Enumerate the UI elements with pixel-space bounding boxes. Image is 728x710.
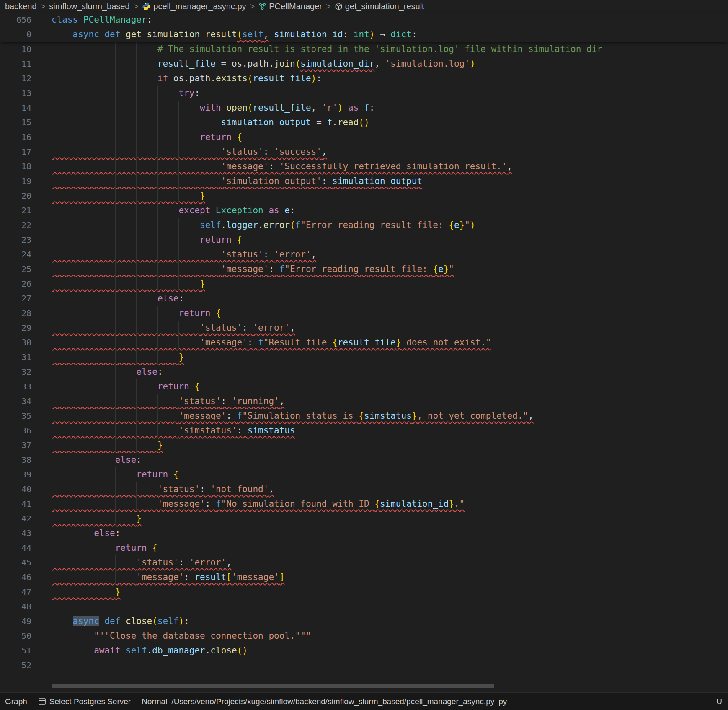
code-line[interactable]: 33 return { — [0, 379, 728, 394]
horizontal-scrollbar[interactable] — [52, 684, 494, 688]
line-number[interactable]: 47 — [0, 585, 31, 599]
line-number[interactable]: 39 — [0, 467, 31, 482]
breadcrumb-item-folder[interactable]: simflow_slurm_based — [49, 2, 129, 11]
code-line[interactable]: 12 if os.path.exists(result_file): — [0, 71, 728, 86]
code-line[interactable]: 29 'status': 'error', — [0, 321, 728, 335]
code-line[interactable]: 21 except Exception as e: — [0, 203, 728, 218]
line-number[interactable]: 22 — [0, 218, 31, 233]
code-line[interactable]: 31 } — [0, 350, 728, 365]
code-line[interactable]: 46 'message': result['message'] — [0, 570, 728, 585]
line-number[interactable]: 15 — [0, 115, 31, 130]
code-line[interactable]: 39 return { — [0, 467, 728, 482]
code-line[interactable]: 15 simulation_output = f.read() — [0, 115, 728, 130]
line-number[interactable]: 21 — [0, 203, 31, 218]
line-number[interactable]: 13 — [0, 86, 31, 101]
code-line[interactable]: 38 else: — [0, 453, 728, 467]
code-line[interactable]: 22 self.logger.error(f"Error reading res… — [0, 218, 728, 233]
code-line[interactable]: 14 with open(result_file, 'r') as f: — [0, 101, 728, 115]
code-line[interactable]: 47 } — [0, 585, 728, 599]
code-line[interactable]: 11 result_file = os.path.join(simulation… — [0, 57, 728, 71]
code-line[interactable]: 42 } — [0, 511, 728, 526]
code-line[interactable]: 49 async def close(self): — [0, 614, 728, 629]
line-number[interactable]: 12 — [0, 71, 31, 86]
line-number[interactable]: 43 — [0, 526, 31, 541]
code-line[interactable]: 19 'simulation_output': simulation_outpu… — [0, 174, 728, 189]
code-line[interactable]: 51 await self.db_manager.close() — [0, 643, 728, 658]
breadcrumb-item-backend[interactable]: backend — [5, 2, 37, 11]
code-line[interactable]: 41 'message': f"No simulation found with… — [0, 497, 728, 511]
line-number[interactable]: 46 — [0, 570, 31, 585]
line-number[interactable]: 16 — [0, 130, 31, 145]
code-line[interactable]: 34 'status': 'running', — [0, 394, 728, 409]
line-number[interactable]: 31 — [0, 350, 31, 365]
line-number[interactable]: 37 — [0, 438, 31, 453]
line-number[interactable]: 18 — [0, 159, 31, 174]
line-number[interactable]: 34 — [0, 394, 31, 409]
line-number[interactable]: 25 — [0, 262, 31, 277]
line-number[interactable]: 44 — [0, 541, 31, 555]
code-line[interactable]: 13 try: — [0, 86, 728, 101]
line-number[interactable]: 20 — [0, 189, 31, 203]
line-number[interactable]: 36 — [0, 423, 31, 438]
line-number[interactable]: 52 — [0, 658, 31, 673]
line-number[interactable]: 26 — [0, 277, 31, 291]
status-graph-button[interactable]: Graph — [5, 697, 27, 706]
status-vim-segment[interactable]: Normal /Users/veno/Projects/xuge/simflow… — [142, 697, 507, 706]
code-line[interactable]: 10 # The simulation result is stored in … — [0, 42, 728, 57]
code-line[interactable]: 48 — [0, 599, 728, 614]
line-number[interactable]: 48 — [0, 599, 31, 614]
code-line[interactable]: 17 'status': 'success', — [0, 145, 728, 159]
code-line[interactable]: 23 return { — [0, 233, 728, 247]
breadcrumb-item-method[interactable]: get_simulation_result — [335, 2, 424, 11]
line-number[interactable]: 10 — [0, 42, 31, 57]
breadcrumb-item-file[interactable]: pcell_manager_async.py — [142, 2, 246, 11]
code-line[interactable]: 50 """Close the database connection pool… — [0, 629, 728, 643]
code-line[interactable]: 36 'simstatus': simstatus — [0, 423, 728, 438]
line-number[interactable]: 656 — [0, 13, 31, 27]
code-line[interactable]: 18 'message': 'Successfully retrieved si… — [0, 159, 728, 174]
code-line[interactable]: 32 else: — [0, 365, 728, 379]
line-number[interactable]: 29 — [0, 321, 31, 335]
line-number[interactable]: 49 — [0, 614, 31, 629]
line-number[interactable]: 17 — [0, 145, 31, 159]
line-number[interactable]: 27 — [0, 291, 31, 306]
line-number[interactable]: 35 — [0, 409, 31, 423]
line-number[interactable]: 45 — [0, 555, 31, 570]
editor[interactable]: 10 # The simulation result is stored in … — [0, 42, 728, 692]
status-postgres-button[interactable]: Select Postgres Server — [38, 697, 131, 706]
line-number[interactable]: 28 — [0, 306, 31, 321]
line-number[interactable]: 0 — [0, 27, 31, 42]
line-number[interactable]: 23 — [0, 233, 31, 247]
line-number[interactable]: 11 — [0, 57, 31, 71]
breadcrumb-item-class[interactable]: PCellManager — [258, 2, 322, 11]
code-line[interactable]: 43 else: — [0, 526, 728, 541]
line-number[interactable]: 38 — [0, 453, 31, 467]
line-number[interactable]: 41 — [0, 497, 31, 511]
line-number[interactable]: 42 — [0, 511, 31, 526]
line-number[interactable]: 50 — [0, 629, 31, 643]
status-encoding[interactable]: U — [716, 697, 723, 706]
code-line[interactable]: 52 — [0, 658, 728, 673]
code-line[interactable]: 37 } — [0, 438, 728, 453]
code-line[interactable]: 30 'message': f"Result file {result_file… — [0, 335, 728, 350]
line-number[interactable]: 40 — [0, 482, 31, 497]
line-number[interactable]: 30 — [0, 335, 31, 350]
code-line[interactable]: 35 'message': f"Simulation status is {si… — [0, 409, 728, 423]
line-number[interactable]: 14 — [0, 101, 31, 115]
code-line[interactable]: 16 return { — [0, 130, 728, 145]
line-number[interactable]: 24 — [0, 247, 31, 262]
code-line[interactable]: 27 else: — [0, 291, 728, 306]
code-line[interactable]: 25 'message': f"Error reading result fil… — [0, 262, 728, 277]
code-line[interactable]: 44 return { — [0, 541, 728, 555]
code-line[interactable]: 40 'status': 'not_found', — [0, 482, 728, 497]
code-line[interactable]: 656class PCellManager: — [0, 13, 728, 27]
code-line[interactable]: 0 async def get_simulation_result(self, … — [0, 27, 728, 42]
code-line[interactable]: 24 'status': 'error', — [0, 247, 728, 262]
code-line[interactable]: 28 return { — [0, 306, 728, 321]
line-number[interactable]: 51 — [0, 643, 31, 658]
line-number[interactable]: 19 — [0, 174, 31, 189]
code-line[interactable]: 45 'status': 'error', — [0, 555, 728, 570]
line-number[interactable]: 32 — [0, 365, 31, 379]
line-number[interactable]: 33 — [0, 379, 31, 394]
code-line[interactable]: 20 } — [0, 189, 728, 203]
